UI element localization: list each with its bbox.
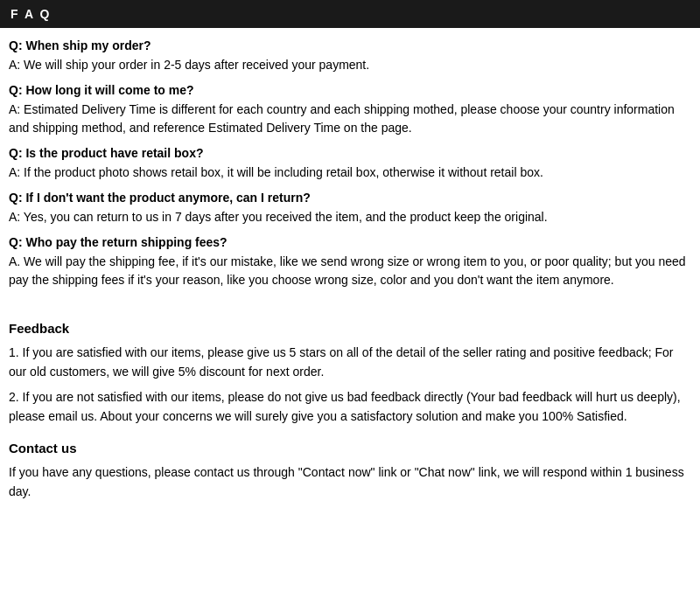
- answer-4: A: Yes, you can return to us in 7 days a…: [9, 208, 691, 226]
- question-4: Q: If I don't want the product anymore, …: [9, 191, 691, 205]
- question-1: Q: When ship my order?: [9, 38, 691, 52]
- feedback-title: Feedback: [9, 321, 691, 336]
- contact-title: Contact us: [9, 441, 691, 456]
- question-2: Q: How long it will come to me?: [9, 83, 691, 97]
- faq-item-5: Q: Who pay the return shipping fees? A. …: [9, 235, 691, 289]
- faq-header: F A Q: [0, 0, 700, 28]
- faq-item-2: Q: How long it will come to me? A: Estim…: [9, 83, 691, 137]
- answer-5: A. We will pay the shipping fee, if it's…: [9, 253, 691, 289]
- answer-3: A: If the product photo shows retail box…: [9, 163, 691, 182]
- faq-item-4: Q: If I don't want the product anymore, …: [9, 191, 691, 226]
- question-5: Q: Who pay the return shipping fees?: [9, 235, 691, 249]
- contact-section: Contact us If you have any questions, pl…: [9, 441, 691, 502]
- feedback-item-2: 2. If you are not satisfied with our ite…: [9, 387, 691, 427]
- faq-item-3: Q: Is the product have retail box? A: If…: [9, 146, 691, 182]
- content-area: Q: When ship my order? A: We will ship y…: [0, 38, 700, 501]
- faq-section: Q: When ship my order? A: We will ship y…: [9, 38, 691, 289]
- answer-2: A: Estimated Delivery Time is different …: [9, 101, 691, 137]
- question-3: Q: Is the product have retail box?: [9, 146, 691, 160]
- feedback-item-1: 1. If you are satisfied with our items, …: [9, 343, 691, 382]
- feedback-section: Feedback 1. If you are satisfied with ou…: [9, 321, 691, 427]
- contact-text: If you have any questions, please contac…: [9, 462, 691, 502]
- faq-item-1: Q: When ship my order? A: We will ship y…: [9, 38, 691, 74]
- answer-1: A: We will ship your order in 2-5 days a…: [9, 56, 691, 74]
